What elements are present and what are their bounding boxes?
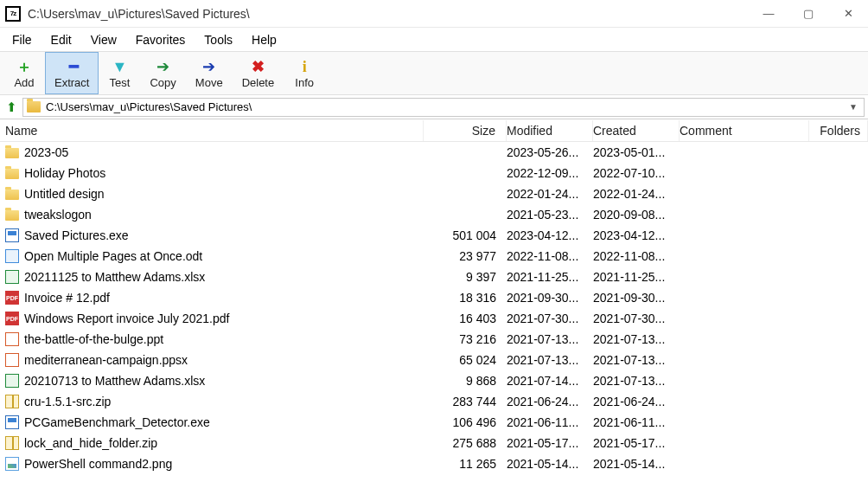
file-modified: 2021-05-14... <box>507 457 593 471</box>
toolbar: ＋ Add ━ Extract ▼ Test ➔ Copy ➔ Move ✖ D… <box>0 52 868 95</box>
address-field[interactable]: ▼ <box>22 98 865 117</box>
window-buttons: — ▢ ✕ <box>749 1 868 27</box>
menu-edit[interactable]: Edit <box>42 31 80 48</box>
copy-button[interactable]: ➔ Copy <box>140 52 185 94</box>
menu-file[interactable]: File <box>3 31 41 48</box>
close-button[interactable]: ✕ <box>828 1 868 27</box>
file-modified: 2021-11-25... <box>507 270 593 284</box>
file-created: 2022-11-08... <box>593 249 680 263</box>
arrow-right-icon: ➔ <box>202 57 215 76</box>
archive-icon <box>5 395 19 408</box>
extract-button[interactable]: ━ Extract <box>45 52 99 94</box>
file-modified: 2021-05-17... <box>507 436 593 450</box>
col-created[interactable]: Created <box>593 120 680 141</box>
file-size: 73 216 <box>424 332 507 346</box>
menu-bar: File Edit View Favorites Tools Help <box>0 28 868 52</box>
file-name: 20210713 to Matthew Adams.xlsx <box>24 374 205 388</box>
file-row[interactable]: lock_and_hide_folder.zip275 6882021-05-1… <box>0 433 868 453</box>
minimize-button[interactable]: — <box>749 1 788 27</box>
col-name[interactable]: Name <box>5 120 424 141</box>
file-created: 2021-07-13... <box>593 374 680 388</box>
maximize-button[interactable]: ▢ <box>788 1 828 27</box>
file-name: lock_and_hide_folder.zip <box>24 436 157 450</box>
file-size: 275 688 <box>424 436 507 450</box>
file-name: PCGameBenchmark_Detector.exe <box>24 415 210 429</box>
file-size: 283 744 <box>424 395 507 408</box>
file-name: Saved Pictures.exe <box>24 228 129 242</box>
exe-icon <box>5 415 19 429</box>
file-size: 9 868 <box>424 374 507 388</box>
file-name: Holiday Photos <box>24 166 105 180</box>
col-folders[interactable]: Folders <box>809 120 868 141</box>
file-row[interactable]: tweakslogon2021-05-23...2020-09-08... <box>0 204 868 225</box>
test-icon: ▼ <box>112 57 128 76</box>
move-button[interactable]: ➔ Move <box>186 52 233 94</box>
address-input[interactable] <box>46 100 841 113</box>
spreadsheet-icon <box>5 270 19 284</box>
image-icon <box>5 457 19 471</box>
file-name: 2023-05 <box>24 145 68 159</box>
up-button[interactable]: ⬆ <box>3 100 19 115</box>
file-name: Windows Report invoice July 2021.pdf <box>24 312 229 325</box>
delete-button[interactable]: ✖ Delete <box>233 52 284 94</box>
archive-icon <box>5 436 19 450</box>
col-size[interactable]: Size <box>424 120 507 141</box>
plus-icon: ＋ <box>16 57 32 76</box>
file-modified: 2021-06-24... <box>507 395 593 408</box>
file-size: 16 403 <box>424 312 507 325</box>
file-row[interactable]: Open Multiple Pages at Once.odt23 977202… <box>0 246 868 267</box>
file-created: 2021-06-24... <box>593 395 680 408</box>
file-size: 11 265 <box>424 457 507 471</box>
folder-icon <box>5 169 19 179</box>
file-name: Invoice # 12.pdf <box>24 291 110 305</box>
file-created: 2021-06-11... <box>593 415 680 429</box>
presentation-icon <box>5 332 19 346</box>
file-modified: 2021-07-13... <box>507 353 593 367</box>
address-dropdown[interactable]: ▼ <box>846 102 860 112</box>
file-row[interactable]: PDFInvoice # 12.pdf18 3162021-09-30...20… <box>0 287 868 308</box>
info-icon: i <box>303 57 307 76</box>
file-row[interactable]: Holiday Photos2022-12-09...2022-07-10... <box>0 163 868 183</box>
file-modified: 2021-09-30... <box>507 291 593 305</box>
file-row[interactable]: 20210713 to Matthew Adams.xlsx9 8682021-… <box>0 370 868 391</box>
test-button[interactable]: ▼ Test <box>99 52 140 94</box>
file-row[interactable]: mediterranean-campaign.ppsx65 0242021-07… <box>0 350 868 370</box>
file-name: PowerShell command2.png <box>24 457 172 471</box>
test-label: Test <box>110 76 131 89</box>
menu-tools[interactable]: Tools <box>195 31 241 48</box>
file-row[interactable]: Saved Pictures.exe501 0042023-04-12...20… <box>0 225 868 246</box>
col-modified[interactable]: Modified <box>507 120 593 141</box>
file-row[interactable]: Untitled design2022-01-24...2022-01-24..… <box>0 183 868 204</box>
add-label: Add <box>14 76 34 89</box>
file-created: 2022-07-10... <box>593 166 680 180</box>
file-created: 2020-09-08... <box>593 208 680 222</box>
file-row[interactable]: 2023-052023-05-26...2023-05-01... <box>0 142 868 163</box>
address-bar: ⬆ ▼ <box>0 95 868 119</box>
file-modified: 2023-05-26... <box>507 145 593 159</box>
app-icon: 7z <box>5 6 21 22</box>
file-created: 2021-05-14... <box>593 457 680 471</box>
copy-label: Copy <box>150 76 176 89</box>
file-row[interactable]: 20211125 to Matthew Adams.xlsx9 3972021-… <box>0 267 868 287</box>
document-icon <box>5 249 19 263</box>
file-created: 2021-05-17... <box>593 436 680 450</box>
file-created: 2023-05-01... <box>593 145 680 159</box>
file-row[interactable]: PDFWindows Report invoice July 2021.pdf1… <box>0 308 868 329</box>
col-comment[interactable]: Comment <box>680 120 809 141</box>
file-row[interactable]: PCGameBenchmark_Detector.exe106 4962021-… <box>0 412 868 433</box>
menu-help[interactable]: Help <box>243 31 285 48</box>
menu-view[interactable]: View <box>82 31 125 48</box>
move-label: Move <box>195 76 223 89</box>
info-button[interactable]: i Info <box>284 52 325 94</box>
file-modified: 2022-11-08... <box>507 249 593 263</box>
file-modified: 2021-07-30... <box>507 312 593 325</box>
file-row[interactable]: cru-1.5.1-src.zip283 7442021-06-24...202… <box>0 391 868 412</box>
menu-favorites[interactable]: Favorites <box>127 31 195 48</box>
file-modified: 2023-04-12... <box>507 228 593 242</box>
add-button[interactable]: ＋ Add <box>3 52 45 94</box>
pdf-icon: PDF <box>5 291 19 305</box>
file-size: 106 496 <box>424 415 507 429</box>
file-size: 501 004 <box>424 228 507 242</box>
file-row[interactable]: the-battle-of-the-bulge.ppt73 2162021-07… <box>0 329 868 350</box>
file-row[interactable]: PowerShell command2.png11 2652021-05-14.… <box>0 453 868 474</box>
